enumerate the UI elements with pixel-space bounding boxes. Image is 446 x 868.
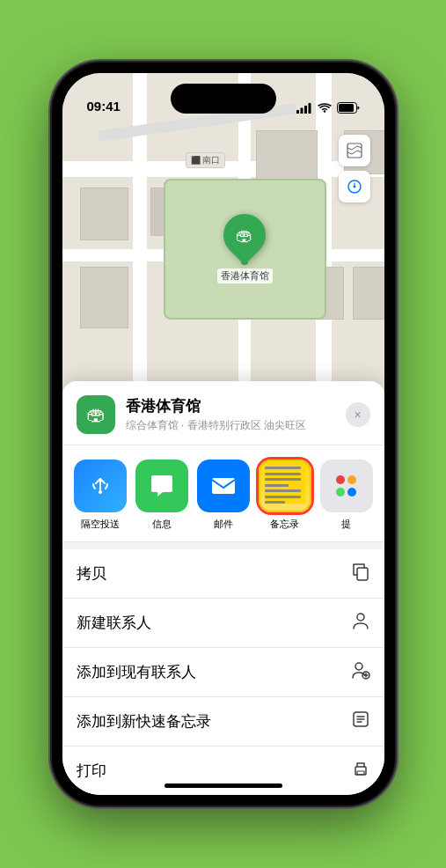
- svg-rect-17: [357, 771, 364, 775]
- menu-item-add-contact[interactable]: 添加到现有联系人: [62, 648, 384, 697]
- svg-rect-3: [308, 103, 311, 114]
- share-app-more[interactable]: 提: [316, 460, 377, 531]
- notes-icon: [259, 460, 311, 512]
- status-time: 09:41: [87, 99, 121, 114]
- airdrop-label: 隔空投送: [81, 518, 120, 531]
- person-icon: [351, 611, 370, 635]
- messages-label: 信息: [152, 518, 172, 531]
- messages-icon: [135, 460, 188, 512]
- location-info: 香港体育馆 综合体育馆 · 香港特别行政区 油尖旺区: [126, 396, 335, 433]
- pin-label: 香港体育馆: [217, 268, 273, 283]
- copy-icon: [351, 562, 370, 585]
- menu-item-quick-note[interactable]: 添加到新快速备忘录: [62, 697, 384, 747]
- airdrop-icon: [74, 460, 127, 512]
- print-label: 打印: [77, 761, 106, 781]
- add-contact-label: 添加到现有联系人: [77, 662, 196, 682]
- more-label: 提: [341, 518, 351, 531]
- share-app-messages[interactable]: 信息: [131, 460, 193, 531]
- dynamic-island: [171, 84, 276, 114]
- share-row: 隔空投送 信息: [62, 445, 384, 542]
- close-button[interactable]: ×: [346, 402, 370, 427]
- compass-icon: [347, 179, 362, 195]
- bottom-sheet: 🏟 香港体育馆 综合体育馆 · 香港特别行政区 油尖旺区 ×: [62, 381, 384, 795]
- mail-label: 邮件: [214, 518, 233, 531]
- mail-icon: [197, 460, 250, 512]
- svg-point-12: [357, 614, 364, 621]
- stadium-icon: 🏟: [236, 225, 253, 246]
- status-icons: [296, 102, 360, 114]
- svg-rect-0: [296, 110, 299, 114]
- map-label-south: ⬛ 南口: [186, 152, 226, 168]
- share-app-mail[interactable]: 邮件: [193, 460, 254, 531]
- map-icon: [347, 143, 362, 158]
- battery-icon: [337, 102, 360, 114]
- more-icon: [320, 460, 373, 512]
- map-controls: [339, 135, 370, 202]
- svg-rect-1: [300, 107, 303, 114]
- svg-rect-5: [339, 104, 354, 112]
- quick-note-label: 添加到新快速备忘录: [77, 711, 211, 732]
- copy-label: 拷贝: [77, 563, 106, 584]
- menu-list: 拷贝 新建联系人: [62, 549, 384, 795]
- share-app-notes[interactable]: 备忘录: [254, 460, 316, 531]
- phone-frame: 09:41: [52, 63, 395, 805]
- phone-screen: 09:41: [62, 73, 384, 795]
- svg-point-8: [353, 186, 355, 188]
- notes-label: 备忘录: [270, 518, 299, 531]
- signal-icon: [296, 103, 312, 114]
- svg-rect-11: [357, 568, 368, 580]
- building: [353, 267, 384, 320]
- location-header: 🏟 香港体育馆 综合体育馆 · 香港特别行政区 油尖旺区 ×: [62, 381, 384, 445]
- home-indicator: [165, 783, 282, 788]
- svg-point-13: [355, 663, 362, 670]
- location-button[interactable]: [339, 171, 370, 202]
- new-contact-label: 新建联系人: [77, 613, 151, 633]
- print-icon: [351, 759, 370, 783]
- map-type-button[interactable]: [339, 135, 370, 166]
- svg-rect-6: [347, 143, 362, 158]
- menu-item-copy[interactable]: 拷贝: [62, 549, 384, 599]
- location-name: 香港体育馆: [126, 396, 335, 416]
- share-apps-list: 隔空投送 信息: [62, 460, 384, 531]
- location-venue-icon: 🏟: [77, 395, 115, 434]
- svg-rect-10: [212, 478, 235, 494]
- menu-item-new-contact[interactable]: 新建联系人: [62, 599, 384, 648]
- building: [80, 267, 128, 328]
- person-add-icon: [351, 660, 370, 684]
- building: [80, 188, 128, 240]
- svg-rect-2: [304, 106, 307, 114]
- note-icon: [351, 710, 370, 733]
- wifi-icon: [318, 103, 332, 114]
- map-pin: 🏟 香港体育馆: [217, 214, 273, 283]
- location-description: 综合体育馆 · 香港特别行政区 油尖旺区: [126, 418, 335, 433]
- share-app-airdrop[interactable]: 隔空投送: [69, 460, 131, 531]
- pin-marker: 🏟: [215, 205, 274, 265]
- svg-point-9: [99, 490, 102, 494]
